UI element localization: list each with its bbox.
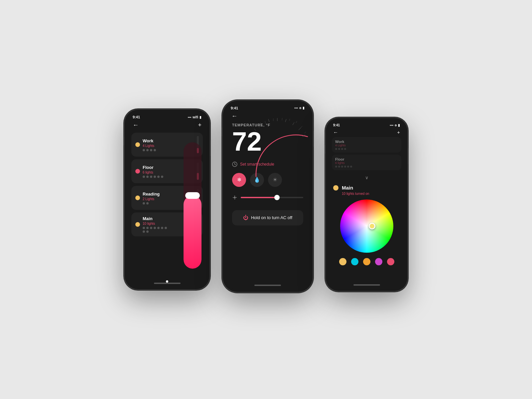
swatch-orange[interactable] bbox=[363, 258, 370, 265]
temp-slider[interactable] bbox=[241, 197, 303, 198]
chevron-down-icon: ∨ bbox=[365, 175, 368, 180]
signal-2: ▪▪▪ bbox=[294, 106, 298, 110]
signal-bars-1: ▪▪▪ bbox=[188, 115, 192, 119]
home-indicator-1 bbox=[127, 280, 207, 285]
status-icons-2: ▪▪▪ ⌾ ▮ bbox=[294, 106, 305, 110]
home-indicator-3 bbox=[329, 282, 405, 287]
blurred-card-floor: Floor 6 lights bbox=[332, 155, 401, 170]
room-dot-work bbox=[135, 142, 140, 147]
svg-line-5 bbox=[268, 119, 269, 122]
phones-container: 9:41 ▪▪▪ wifi ▮ ← + ✦ Wor bbox=[125, 107, 407, 292]
expand-handle[interactable]: ∨ bbox=[329, 173, 405, 182]
color-swatches bbox=[333, 258, 400, 265]
mode-btn-cool[interactable]: ❄ bbox=[232, 173, 246, 187]
blurred-cards: Work 4 Lights Floor 6 lights bbox=[329, 137, 405, 170]
phone1-header: ← + bbox=[127, 120, 207, 133]
room-dot-reading bbox=[135, 196, 140, 200]
wifi-icon-1: wifi bbox=[193, 115, 198, 119]
ac-off-text: Hold on to turn AC off bbox=[251, 215, 292, 220]
svg-line-3 bbox=[285, 119, 286, 122]
ac-off-section: ⏻ Hold on to turn AC off bbox=[225, 210, 310, 225]
status-icons-1: ▪▪▪ wifi ▮ bbox=[188, 115, 201, 119]
power-icon: ⏻ bbox=[243, 215, 248, 221]
big-slider-fill bbox=[184, 196, 201, 269]
notch-2 bbox=[249, 101, 286, 108]
swatch-pink[interactable] bbox=[387, 258, 394, 265]
room-dot-main bbox=[135, 222, 140, 227]
main-dot bbox=[333, 185, 338, 191]
main-panel: Main 10 lights turned on bbox=[329, 182, 405, 268]
back-button-3[interactable]: ← bbox=[333, 129, 338, 135]
time-1: 9:41 bbox=[133, 115, 140, 119]
room-dot-floor bbox=[135, 169, 140, 174]
notch-1 bbox=[151, 110, 184, 116]
clock-icon bbox=[232, 162, 237, 167]
temp-slider-thumb bbox=[274, 195, 280, 200]
phone-2: 9:41 ▪▪▪ ⌾ ▮ ← bbox=[223, 101, 313, 292]
screen-2: 9:41 ▪▪▪ ⌾ ▮ ← bbox=[225, 103, 310, 289]
temp-slider-fill bbox=[241, 197, 277, 198]
room-name-work: Work bbox=[143, 138, 194, 143]
svg-line-13 bbox=[282, 118, 282, 120]
time-3: 9:41 bbox=[333, 123, 340, 127]
add-button-3[interactable]: + bbox=[397, 129, 400, 135]
notch-3 bbox=[352, 118, 382, 124]
home-indicator-2 bbox=[225, 282, 310, 287]
blurred-floor-title: Floor bbox=[335, 157, 398, 161]
screen-1: 9:41 ▪▪▪ wifi ▮ ← + ✦ Wor bbox=[127, 112, 207, 287]
add-button-1[interactable]: + bbox=[198, 122, 201, 129]
room-indicators-reading bbox=[143, 202, 166, 204]
battery-2: ▮ bbox=[303, 106, 305, 110]
temp-display: TEMPERATURE, °F 72 bbox=[225, 123, 310, 155]
screen-3: 9:41 ▪▪▪ ⌾ ▮ ← + Work 4 Lights bbox=[329, 121, 405, 288]
time-2: 9:41 bbox=[231, 106, 238, 110]
temp-label: TEMPERATURE, °F bbox=[232, 123, 303, 127]
temp-value: 72 bbox=[232, 128, 303, 155]
main-subtitle: 10 lights turned on bbox=[342, 192, 400, 196]
temp-slider-row bbox=[225, 195, 310, 200]
wifi-2: ⌾ bbox=[299, 106, 301, 110]
big-slider-thumb bbox=[185, 192, 200, 199]
signal-3: ▪▪▪ bbox=[390, 123, 393, 127]
room-indicators-floor bbox=[143, 176, 166, 178]
blurred-floor-sub: 6 lights bbox=[335, 161, 398, 165]
status-icons-3: ▪▪▪ ⌾ ▮ bbox=[390, 123, 400, 127]
svg-line-20 bbox=[235, 164, 236, 165]
battery-3: ▮ bbox=[398, 123, 400, 127]
phone-1: 9:41 ▪▪▪ wifi ▮ ← + ✦ Wor bbox=[125, 110, 209, 289]
ac-off-button[interactable]: ⏻ Hold on to turn AC off bbox=[232, 210, 303, 225]
color-wheel-thumb bbox=[369, 223, 375, 229]
phone3-header: ← + bbox=[329, 128, 405, 137]
blurred-work-dots bbox=[335, 148, 398, 150]
big-slider[interactable] bbox=[184, 142, 201, 269]
swatch-purple[interactable] bbox=[375, 258, 382, 265]
blurred-work-sub: 4 Lights bbox=[335, 144, 398, 147]
blurred-floor-dots bbox=[335, 166, 398, 168]
blurred-card-work: Work 4 Lights bbox=[332, 137, 401, 153]
main-title: Main bbox=[342, 185, 353, 191]
back-button-1[interactable]: ← bbox=[133, 122, 139, 129]
room-indicators-work bbox=[143, 149, 166, 151]
room-indicators-main bbox=[143, 227, 169, 233]
fan-icon bbox=[232, 195, 237, 200]
svg-line-12 bbox=[289, 119, 290, 121]
back-button-2[interactable]: ← bbox=[231, 113, 237, 120]
wifi-3: ⌾ bbox=[395, 123, 397, 127]
main-row: Main bbox=[333, 185, 400, 191]
color-wheel[interactable] bbox=[340, 200, 393, 253]
phone-3: 9:41 ▪▪▪ ⌾ ▮ ← + Work 4 Lights bbox=[326, 118, 407, 291]
battery-icon-1: ▮ bbox=[200, 115, 201, 119]
blurred-work-title: Work bbox=[335, 140, 398, 144]
color-wheel-container[interactable] bbox=[333, 200, 400, 253]
swatch-warm[interactable] bbox=[339, 258, 346, 265]
swatch-cyan[interactable] bbox=[351, 258, 358, 265]
